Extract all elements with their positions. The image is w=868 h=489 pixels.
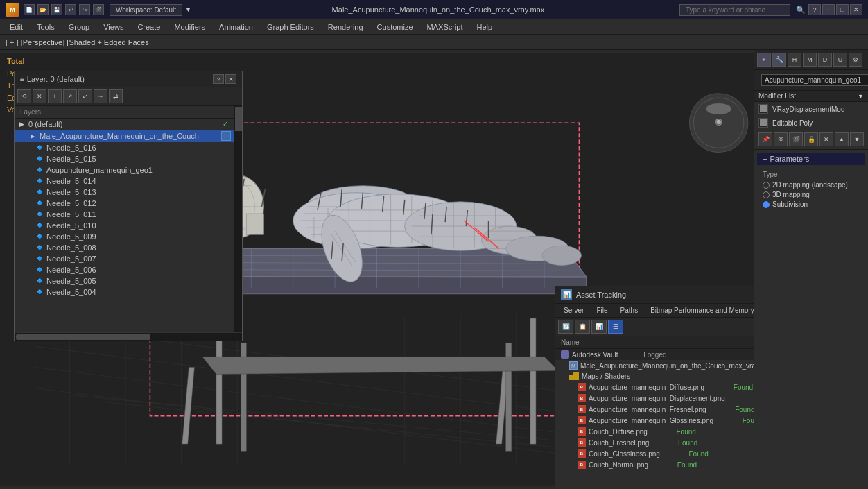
workspace-dropdown-icon[interactable]: ▼	[185, 6, 191, 13]
modifier-list-dropdown-icon[interactable]: ▼	[858, 93, 864, 100]
close-button[interactable]: ✕	[850, 4, 862, 15]
asset-menu-file[interactable]: File	[591, 305, 613, 316]
layer-scrollbar-thumb[interactable]	[235, 107, 242, 131]
radio-2d-mapping[interactable]: 2D mapping (landscape)	[763, 181, 860, 189]
search-icon[interactable]: 🔍	[796, 6, 806, 15]
menu-group[interactable]: Group	[62, 22, 97, 33]
menu-edit[interactable]: Edit	[3, 22, 30, 33]
asset-menu-bitmap[interactable]: Bitmap Performance and Memory	[645, 305, 754, 316]
asset-row-vault[interactable]: Autodesk Vault Logged	[555, 349, 754, 360]
asset-row-glossines[interactable]: B Acupuncture_mannequin_Glossines.png Fo…	[555, 415, 754, 426]
mod-up-icon[interactable]: ▲	[835, 132, 849, 146]
modifier-item-editable-poly[interactable]: Editable Poly	[754, 116, 868, 130]
layer-help-button[interactable]: ?	[213, 74, 224, 84]
asset-toolbar-btn2[interactable]: 📋	[575, 320, 590, 334]
layer-item-needle010[interactable]: 🔷 Needle_5_010	[15, 220, 234, 231]
menu-views[interactable]: Views	[96, 22, 130, 33]
modifier-checkbox-poly[interactable]	[758, 118, 768, 128]
asset-row-couch-glossiness[interactable]: B Couch_Glossiness.png Found	[555, 448, 754, 459]
new-btn[interactable]: 📄	[24, 4, 35, 15]
asset-toolbar-btn1[interactable]: 🔃	[558, 320, 573, 334]
workspace-button[interactable]: Workspace: Default	[110, 4, 182, 16]
minimize-button[interactable]: −	[822, 4, 835, 15]
menu-rendering[interactable]: Rendering	[321, 22, 370, 33]
asset-row-displacement[interactable]: B Acupuncture_mannequin_Displacement.png…	[555, 393, 754, 404]
layer-item-needle012[interactable]: 🔷 Needle_5_012	[15, 198, 234, 209]
more-icon[interactable]: ⚙	[849, 53, 862, 67]
asset-row-couch-normal[interactable]: B Couch_Normal.png Found	[555, 459, 754, 470]
layer-toolbar-delete[interactable]: ✕	[33, 89, 46, 103]
asset-row-diffuse[interactable]: B Acupuncture_mannequin_Diffuse.png Foun…	[555, 381, 754, 393]
undo-btn[interactable]: ↩	[65, 4, 76, 15]
asset-row-couch-fresnel[interactable]: B Couch_Fresnel.png Found	[555, 437, 754, 448]
layer-hscrollbar-thumb[interactable]	[16, 334, 150, 340]
layer-item-needle008[interactable]: 🔷 Needle_5_008	[15, 242, 234, 253]
layer-item-needle011[interactable]: 🔷 Needle_5_011	[15, 209, 234, 220]
layer-item-needle013[interactable]: 🔷 Needle_5_013	[15, 187, 234, 198]
radio-subdivision[interactable]: Subdivision	[763, 200, 860, 208]
layer-item-needle004[interactable]: 🔷 Needle_5_004	[15, 286, 234, 298]
layer-scrollbar[interactable]	[234, 106, 242, 332]
redo-btn[interactable]: ↪	[79, 4, 90, 15]
layer-item-default[interactable]: ▶ 0 (default) ✓	[15, 119, 234, 130]
asset-menu-server[interactable]: Server	[558, 305, 589, 316]
layer-toolbar-swap[interactable]: ⇄	[109, 89, 123, 103]
layer-hscrollbar[interactable]	[15, 332, 242, 341]
create-icon[interactable]: +	[757, 53, 771, 67]
save-btn[interactable]: 💾	[51, 4, 62, 15]
layer-item-needle014[interactable]: 🔷 Needle_5_014	[15, 175, 234, 187]
layer-panel-titlebar[interactable]: ≡ Layer: 0 (default) ? ✕	[15, 71, 242, 87]
asset-menu-paths[interactable]: Paths	[615, 305, 644, 316]
menu-modifiers[interactable]: Modifiers	[167, 22, 212, 33]
help-icon[interactable]: ?	[808, 4, 821, 15]
menu-help[interactable]: Help	[470, 22, 500, 33]
modify-icon[interactable]: 🔧	[772, 53, 786, 67]
render-icon[interactable]: 🎬	[93, 4, 104, 15]
search-input[interactable]	[679, 4, 790, 16]
motion-icon[interactable]: M	[803, 53, 817, 67]
layer-toolbar-refresh[interactable]: ⟲	[17, 89, 31, 103]
modifier-item-vray[interactable]: VRayDisplacementMod	[754, 102, 868, 116]
display-icon[interactable]: D	[818, 53, 832, 67]
viewport-3d[interactable]: 🔘 Total Polys: 193 537 Tris: 195 402 Edg…	[0, 50, 754, 489]
layer-toolbar-move-down[interactable]: ↙	[78, 89, 92, 103]
layer-item-needle015[interactable]: 🔷 Needle_5_015	[15, 153, 234, 164]
layer-close-button[interactable]: ✕	[225, 74, 236, 84]
layer-item-needle006[interactable]: 🔷 Needle_5_006	[15, 264, 234, 275]
mod-show-icon[interactable]: 👁	[774, 132, 788, 146]
menu-animation[interactable]: Animation	[212, 22, 260, 33]
radio-3d-mapping[interactable]: 3D mapping	[763, 191, 860, 198]
mod-render-icon[interactable]: 🎬	[789, 132, 803, 146]
asset-toolbar-btn3[interactable]: 📊	[591, 320, 607, 334]
layer-toolbar-add[interactable]: +	[48, 89, 62, 103]
asset-row-maps-folder[interactable]: Maps / Shaders	[555, 371, 754, 381]
asset-row-couch-diffuse[interactable]: B Couch_Diffuse.png Found	[555, 426, 754, 437]
mod-lock-icon[interactable]: 🔒	[804, 132, 818, 146]
maximize-button[interactable]: □	[836, 4, 849, 15]
asset-row-maxfile[interactable]: M Male_Acupuncture_Mannequin_on_the_Couc…	[555, 360, 754, 371]
layer-toolbar-move[interactable]: →	[94, 89, 107, 103]
modifier-checkbox-vray[interactable]	[758, 104, 768, 114]
menu-maxscript[interactable]: MAXScript	[420, 22, 470, 33]
mod-down-icon[interactable]: ▼	[850, 132, 864, 146]
open-btn[interactable]: 📂	[37, 4, 49, 15]
asset-panel-titlebar[interactable]: 📊 Asset Tracking − □ ✕	[555, 286, 754, 304]
layer-item-needle009[interactable]: 🔷 Needle_5_009	[15, 231, 234, 242]
mod-pin-icon[interactable]: 📌	[758, 132, 772, 146]
asset-toolbar-btn4[interactable]: ☰	[608, 320, 623, 334]
asset-row-fresnel[interactable]: B Acupuncture_mannequin_Fresnel.png Foun…	[555, 404, 754, 415]
object-name-input[interactable]	[761, 74, 868, 86]
layer-item-mannequin[interactable]: ▶ Male_Acupuncture_Mannequin_on_the_Couc…	[15, 130, 234, 142]
layer-item-needle005[interactable]: 🔷 Needle_5_005	[15, 275, 234, 286]
params-collapse-icon[interactable]: −	[763, 155, 767, 163]
menu-create[interactable]: Create	[130, 22, 167, 33]
layer-toolbar-move-up[interactable]: ↗	[63, 89, 77, 103]
layer-item-needle007[interactable]: 🔷 Needle_5_007	[15, 253, 234, 264]
layer-item-acupuncture-geo[interactable]: 🔷 Acupuncture_mannequin_geo1	[15, 164, 234, 175]
menu-graph-editors[interactable]: Graph Editors	[260, 22, 321, 33]
menu-tools[interactable]: Tools	[30, 22, 62, 33]
mod-delete-icon[interactable]: ✕	[819, 132, 833, 146]
layer-item-needle016[interactable]: 🔷 Needle_5_016	[15, 142, 234, 153]
menu-customize[interactable]: Customize	[370, 22, 420, 33]
utilities-icon[interactable]: U	[833, 53, 847, 67]
